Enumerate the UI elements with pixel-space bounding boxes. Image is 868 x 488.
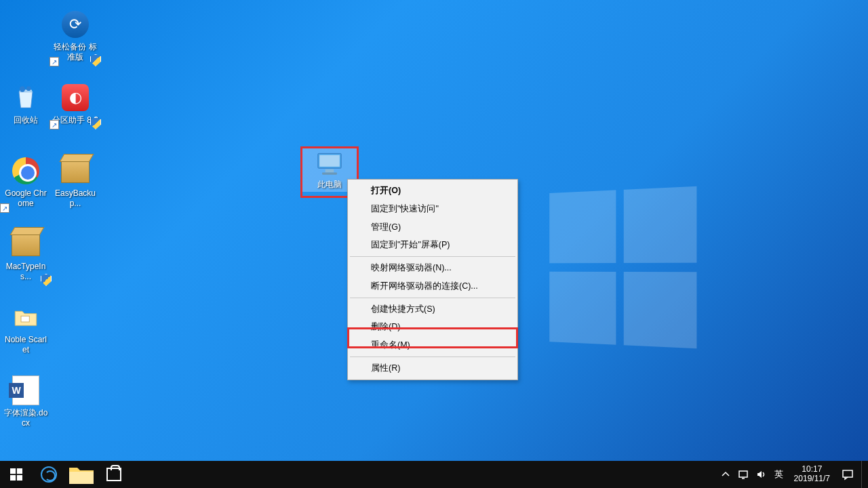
- svg-rect-6: [322, 173, 337, 175]
- app-icon: ⟳ ↗: [60, 9, 90, 39]
- chevron-up-icon: [720, 469, 731, 480]
- desktop-icon-noble-scarlet[interactable]: Noble Scarlet: [1, 300, 50, 358]
- tray-date: 2019/11/7: [794, 474, 830, 484]
- svg-rect-11: [69, 472, 94, 484]
- app-icon: ◐ ↗: [60, 83, 90, 113]
- taskbar-file-explorer[interactable]: [65, 461, 98, 488]
- notification-icon: [842, 468, 854, 481]
- shield-icon: [90, 54, 101, 66]
- menu-separator: [350, 357, 515, 357]
- context-menu-rename[interactable]: 重命名(M): [349, 336, 516, 354]
- context-menu-pin-start[interactable]: 固定到"开始"屏幕(P): [349, 236, 516, 254]
- system-tray: 英 10:17 2019/11/7: [719, 461, 868, 488]
- svg-rect-7: [10, 468, 16, 474]
- shortcut-arrow-icon: ↗: [0, 203, 9, 213]
- tray-clock[interactable]: 10:17 2019/11/7: [790, 465, 834, 484]
- recycle-bin-icon: [11, 83, 41, 113]
- volume-icon: [755, 469, 766, 480]
- taskbar-store[interactable]: [98, 461, 130, 488]
- folder-icon: [65, 458, 98, 488]
- desktop-icon-label: Noble Scarlet: [3, 335, 49, 355]
- shield-icon: [90, 117, 101, 129]
- svg-rect-10: [17, 475, 22, 481]
- folder-icon: [11, 302, 41, 332]
- start-button[interactable]: [0, 461, 33, 488]
- desktop-icon-label: 字体渲染.docx: [3, 408, 49, 428]
- taskbar: 英 10:17 2019/11/7: [0, 461, 868, 488]
- context-menu-map-drive[interactable]: 映射网络驱动器(N)...: [349, 259, 516, 277]
- desktop-icon-label: EasyBackup...: [52, 188, 98, 209]
- svg-rect-5: [326, 169, 334, 173]
- menu-separator: [350, 298, 515, 298]
- svg-point-1: [26, 86, 31, 91]
- svg-rect-4: [319, 155, 340, 167]
- desktop-icon-label: 回收站: [14, 115, 38, 125]
- chrome-icon: ↗: [11, 156, 41, 186]
- shield-icon: [41, 274, 52, 286]
- windows-wallpaper-logo: [549, 186, 698, 350]
- context-menu-delete[interactable]: 删除(D): [349, 318, 516, 336]
- desktop-icon-label: Google Chrome: [3, 188, 49, 209]
- tray-chevron-up[interactable]: [719, 461, 732, 488]
- context-menu-pin-quick-access[interactable]: 固定到"快速访问": [349, 200, 516, 218]
- context-menu-create-shortcut[interactable]: 创建快捷方式(S): [349, 300, 516, 319]
- svg-rect-9: [10, 475, 16, 481]
- desktop-icon-mactype[interactable]: MacTypeIns...: [1, 226, 50, 285]
- svg-rect-12: [739, 471, 747, 477]
- windows-logo-icon: [10, 468, 22, 481]
- store-icon: [106, 468, 121, 481]
- tray-network[interactable]: [736, 461, 750, 488]
- menu-separator: [350, 256, 515, 257]
- computer-icon: [313, 150, 347, 178]
- package-icon: [60, 156, 90, 186]
- desktop-icon-label: 此电脑: [317, 179, 342, 190]
- network-icon: [738, 469, 749, 480]
- svg-rect-8: [17, 468, 22, 474]
- tray-ime[interactable]: 英: [772, 468, 786, 481]
- tray-action-center[interactable]: [838, 461, 857, 488]
- context-menu-manage[interactable]: 管理(G): [349, 218, 516, 237]
- taskbar-edge[interactable]: [33, 461, 65, 488]
- tray-time: 10:17: [802, 465, 822, 474]
- desktop-icon-easy-backup[interactable]: ⟳ ↗ 轻松备份 标准版: [51, 7, 100, 65]
- svg-rect-2: [21, 316, 29, 322]
- edge-icon: [41, 466, 57, 483]
- shortcut-arrow-icon: ↗: [50, 120, 59, 129]
- context-menu: 打开(O) 固定到"快速访问" 管理(G) 固定到"开始"屏幕(P) 映射网络驱…: [347, 179, 518, 380]
- context-menu-open[interactable]: 打开(O): [349, 182, 516, 200]
- show-desktop-button[interactable]: [861, 461, 865, 488]
- desktop-icon-easybackup-folder[interactable]: EasyBackup...: [51, 153, 100, 211]
- tray-volume[interactable]: [754, 461, 768, 488]
- svg-point-0: [20, 86, 25, 92]
- context-menu-properties[interactable]: 属性(R): [349, 359, 516, 378]
- shortcut-arrow-icon: ↗: [50, 57, 59, 66]
- desktop-icon-chrome[interactable]: ↗ Google Chrome: [1, 153, 50, 211]
- context-menu-disconnect-drive[interactable]: 断开网络驱动器的连接(C)...: [349, 277, 516, 296]
- package-icon: [11, 229, 41, 259]
- desktop-icon-font-render-doc[interactable]: 字体渲染.docx: [1, 373, 50, 431]
- svg-rect-13: [843, 470, 852, 477]
- word-doc-icon: [11, 375, 41, 405]
- desktop-icon-partition-assistant[interactable]: ◐ ↗ 分区助手 8.3: [51, 80, 100, 128]
- desktop-icon-recycle-bin[interactable]: 回收站: [1, 80, 50, 128]
